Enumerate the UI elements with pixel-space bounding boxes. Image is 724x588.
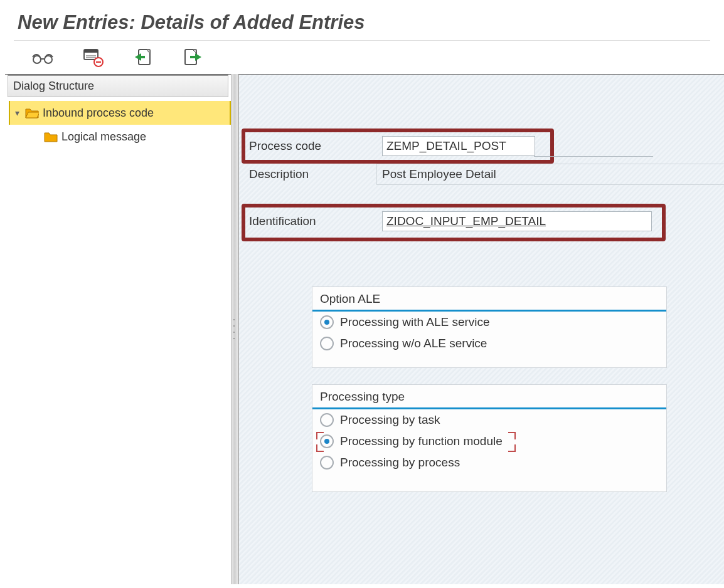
radio-proc-fm[interactable]: Processing by function module xyxy=(312,431,666,452)
radio-ale-with[interactable]: Processing with ALE service xyxy=(312,312,666,333)
dialog-structure-panel: Dialog Structure ▾ Inbound process code … xyxy=(5,74,231,584)
processing-type-group: Processing type Processing by task Proce… xyxy=(312,384,667,492)
svg-rect-4 xyxy=(84,50,98,53)
radio-icon xyxy=(320,337,334,350)
glasses-icon[interactable] xyxy=(30,47,55,68)
radio-ale-without[interactable]: Processing w/o ALE service xyxy=(312,333,666,354)
dialog-structure-header: Dialog Structure xyxy=(8,75,228,97)
radio-proc-task[interactable]: Processing by task xyxy=(312,409,666,431)
svg-point-0 xyxy=(33,56,41,63)
radio-label: Processing by process xyxy=(340,456,460,470)
toolbar xyxy=(0,41,724,77)
radio-label: Processing w/o ALE service xyxy=(340,337,487,350)
radio-icon xyxy=(320,413,334,427)
radio-icon xyxy=(320,434,334,448)
radio-label: Processing by task xyxy=(340,413,440,427)
tree-item-label: Logical message xyxy=(61,130,146,144)
radio-label: Processing by function module xyxy=(340,434,503,448)
folder-open-icon xyxy=(25,107,39,118)
dialog-tree: ▾ Inbound process code Logical message xyxy=(5,97,231,149)
next-entry-icon[interactable] xyxy=(181,47,206,68)
input-underline xyxy=(534,135,653,157)
processing-type-title: Processing type xyxy=(312,385,666,409)
tree-item-label: Inbound process code xyxy=(43,107,154,120)
process-code-label: Process code xyxy=(249,139,382,153)
identification-input[interactable] xyxy=(382,211,652,231)
radio-icon xyxy=(320,456,334,470)
identification-label: Identification xyxy=(249,214,382,228)
description-value: Post Employee Detail xyxy=(376,164,724,185)
splitter-handle[interactable] xyxy=(231,74,238,584)
description-label: Description xyxy=(249,167,376,181)
radio-label: Processing with ALE service xyxy=(340,315,490,329)
chevron-down-icon[interactable]: ▾ xyxy=(13,108,21,118)
details-area: Process code Description Post Employee D… xyxy=(238,74,724,584)
folder-icon xyxy=(44,131,58,142)
previous-entry-icon[interactable] xyxy=(130,47,156,68)
radio-proc-process[interactable]: Processing by process xyxy=(312,452,666,473)
delete-entry-icon[interactable] xyxy=(80,47,105,68)
option-ale-title: Option ALE xyxy=(312,287,666,312)
tree-item-logical-message[interactable]: Logical message xyxy=(9,125,231,149)
tree-item-inbound-process-code[interactable]: ▾ Inbound process code xyxy=(9,101,231,125)
radio-icon xyxy=(320,315,334,329)
page-title: New Entries: Details of Added Entries xyxy=(0,0,724,40)
process-code-input[interactable] xyxy=(382,136,535,156)
option-ale-group: Option ALE Processing with ALE service P… xyxy=(312,286,667,368)
